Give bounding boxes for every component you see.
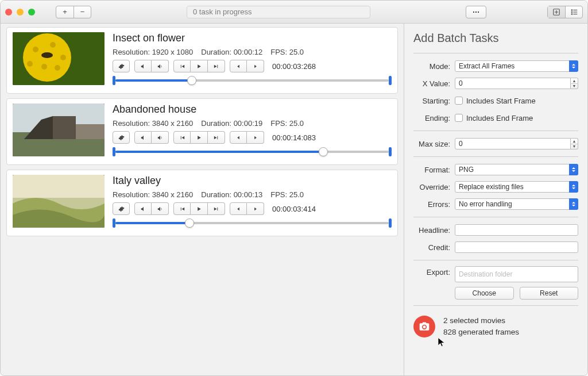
errors-label: Errors:: [413, 200, 450, 209]
end-frame-checkbox[interactable]: Includes End Frame: [455, 114, 578, 122]
toggle-list-view-button[interactable]: [565, 6, 582, 18]
svg-rect-6: [571, 9, 572, 10]
movie-list-item[interactable]: Insect on flower Resolution: 1920 x 1080…: [6, 27, 398, 94]
add-item-button[interactable]: +: [56, 6, 74, 18]
close-window-icon[interactable]: [5, 9, 12, 16]
app-window: + − 0 task in progress: [0, 0, 588, 376]
camera-icon: [419, 321, 430, 332]
movie-timestamp: 00:00:03:414: [269, 205, 316, 213]
start-frame-checkbox[interactable]: Includes Start Frame: [455, 97, 578, 105]
svg-point-19: [55, 65, 60, 71]
volume-down-button[interactable]: [134, 202, 152, 215]
ending-label: Ending:: [413, 114, 450, 122]
headline-label: Headline:: [413, 226, 450, 235]
headline-input[interactable]: [455, 224, 578, 236]
stepper-buttons[interactable]: ▲▼: [571, 78, 578, 89]
movie-title: Insect on flower: [113, 32, 392, 44]
stepper-buttons[interactable]: ▲▼: [571, 138, 578, 149]
format-select[interactable]: PNG: [455, 164, 578, 175]
step-back-button[interactable]: [230, 202, 247, 215]
volume-up-button[interactable]: [152, 131, 169, 144]
svg-point-18: [27, 61, 33, 67]
movie-list-item[interactable]: Italy valley Resolution: 3840 x 2160 Dur…: [6, 170, 398, 236]
divider: [413, 217, 578, 217]
override-label: Override:: [413, 183, 450, 191]
override-select[interactable]: Replace existing files: [455, 181, 578, 193]
summary-movies: 2 selected movies: [443, 315, 519, 327]
divider: [413, 53, 578, 53]
mode-label: Mode:: [413, 62, 450, 71]
item-settings-button[interactable]: [113, 202, 130, 215]
divider: [413, 131, 578, 131]
svg-point-20: [41, 52, 53, 58]
play-button[interactable]: [191, 60, 208, 72]
credit-label: Credit:: [413, 243, 450, 252]
movie-scrubber[interactable]: [113, 76, 392, 85]
volume-up-button[interactable]: [152, 60, 169, 72]
credit-input[interactable]: [455, 241, 578, 253]
movie-subtitle: Resolution: 1920 x 1080 Duration: 00:00:…: [113, 48, 392, 56]
format-label: Format:: [413, 166, 450, 174]
max-size-stepper[interactable]: ▲▼: [455, 138, 578, 149]
errors-select[interactable]: No error handling: [455, 198, 578, 210]
movie-scrubber[interactable]: [113, 218, 392, 228]
panel-title: Add Batch Tasks: [413, 32, 578, 45]
x-value-input[interactable]: [455, 78, 571, 89]
step-back-button[interactable]: [230, 60, 247, 72]
divider: [413, 260, 578, 260]
choose-folder-button[interactable]: Choose: [455, 287, 514, 300]
volume-down-button[interactable]: [134, 131, 152, 144]
x-value-label: X Value:: [413, 79, 450, 88]
step-forward-button[interactable]: [247, 131, 264, 144]
volume-up-button[interactable]: [152, 202, 169, 215]
volume-down-button[interactable]: [134, 60, 152, 72]
run-batch-button[interactable]: [413, 316, 435, 337]
next-frame-button[interactable]: [208, 131, 225, 144]
next-frame-button[interactable]: [208, 202, 225, 215]
mode-select[interactable]: Extract All Frames: [455, 60, 578, 72]
minimize-window-icon[interactable]: [17, 9, 24, 16]
item-settings-button[interactable]: [113, 60, 130, 72]
item-settings-button[interactable]: [113, 131, 130, 144]
play-button[interactable]: [191, 131, 208, 144]
step-back-button[interactable]: [230, 131, 247, 144]
movie-timestamp: 00:00:14:083: [269, 133, 316, 142]
svg-rect-11: [573, 13, 577, 14]
max-size-input[interactable]: [455, 138, 571, 149]
summary-frames: 828 generated frames: [443, 327, 519, 338]
zoom-window-icon[interactable]: [28, 9, 35, 16]
range-end-handle[interactable]: [389, 147, 392, 156]
task-status: 0 task in progress: [187, 6, 370, 18]
step-forward-button[interactable]: [247, 60, 264, 72]
movie-subtitle: Resolution: 3840 x 2160 Duration: 00:00:…: [113, 119, 392, 128]
svg-rect-8: [571, 11, 572, 12]
toggle-batch-panel-button[interactable]: [548, 6, 565, 18]
movie-title: Italy valley: [113, 175, 392, 187]
svg-point-15: [50, 42, 56, 48]
svg-rect-9: [573, 11, 577, 12]
export-path-input[interactable]: [455, 266, 578, 282]
reset-button[interactable]: Reset: [520, 287, 579, 300]
movie-scrubber[interactable]: [113, 147, 392, 156]
prev-frame-button[interactable]: [173, 202, 191, 215]
movie-list-item[interactable]: Abandoned house Resolution: 3840 x 2160 …: [6, 98, 398, 165]
movie-timestamp: 00:00:03:268: [269, 62, 316, 71]
next-frame-button[interactable]: [208, 60, 225, 72]
range-end-handle[interactable]: [389, 218, 392, 228]
x-value-stepper[interactable]: ▲▼: [455, 78, 578, 89]
play-button[interactable]: [191, 202, 208, 215]
svg-rect-26: [13, 175, 105, 198]
step-forward-button[interactable]: [247, 202, 264, 215]
max-size-label: Max size:: [413, 140, 450, 148]
mouse-cursor-icon: [436, 337, 447, 349]
range-end-handle[interactable]: [389, 76, 392, 85]
svg-rect-7: [573, 9, 577, 10]
remove-item-button[interactable]: −: [74, 6, 91, 18]
prev-frame-button[interactable]: [173, 60, 191, 72]
more-options-button[interactable]: [466, 6, 486, 18]
panel-toggle-segment: [547, 6, 583, 18]
svg-point-17: [41, 64, 47, 70]
svg-point-1: [475, 11, 477, 12]
svg-rect-25: [76, 124, 105, 139]
prev-frame-button[interactable]: [173, 131, 191, 144]
